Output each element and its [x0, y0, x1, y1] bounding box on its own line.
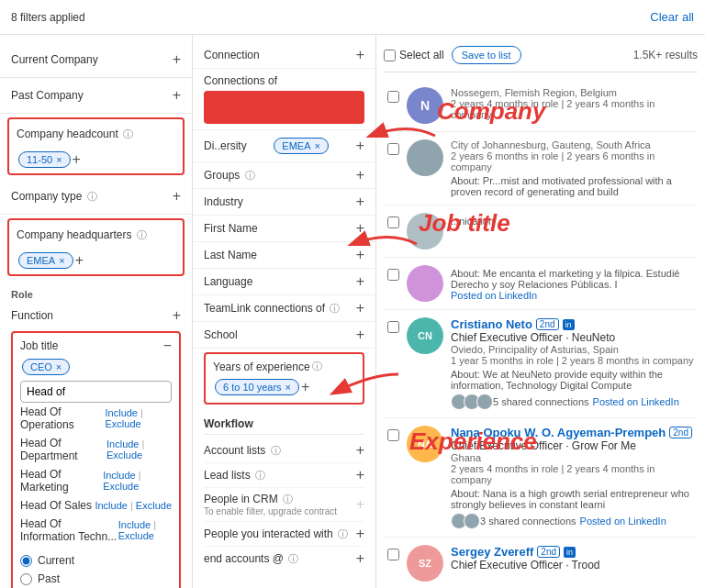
- results-count: 1.5K+ results: [633, 49, 698, 61]
- saved-accounts-label: end accounts @ ⓘ: [204, 552, 298, 566]
- result-checkbox-7[interactable]: [387, 549, 399, 560]
- exclude-link-4[interactable]: Exclude: [136, 500, 172, 511]
- years-exp-tag: 6 to 10 years ×: [215, 379, 299, 395]
- groups-label: Groups ⓘ: [204, 169, 255, 183]
- result-checkbox-6[interactable]: [387, 429, 399, 441]
- posted-on-6[interactable]: Posted on LinkedIn: [580, 516, 666, 527]
- saved-accounts-info-icon[interactable]: ⓘ: [288, 553, 298, 564]
- connection-add-button[interactable]: +: [356, 48, 364, 62]
- saved-accounts-add-button[interactable]: +: [356, 551, 364, 566]
- company-hq-tag-close[interactable]: ×: [59, 255, 64, 266]
- exclude-link-2[interactable]: Exclude: [106, 449, 142, 460]
- include-link-4[interactable]: Include: [95, 500, 135, 511]
- exclude-link-5[interactable]: Exclude: [118, 530, 154, 541]
- lead-lists-add-button[interactable]: +: [356, 468, 364, 483]
- connections-of-input-box[interactable]: [204, 91, 364, 124]
- posted-on-4[interactable]: Posted on LinkedIn: [451, 290, 694, 301]
- main-area: Current Company + Past Company + Company…: [0, 35, 705, 588]
- diversity-add-button[interactable]: +: [356, 139, 364, 153]
- result-checkbox-2[interactable]: [387, 143, 399, 155]
- account-lists-add-button[interactable]: +: [356, 443, 364, 458]
- groups-info-icon[interactable]: ⓘ: [245, 170, 255, 181]
- function-add-button[interactable]: +: [173, 308, 181, 323]
- years-of-experience-header: Years of experience ⓘ: [213, 360, 355, 373]
- result-title-5: Chief Executive Officer · NeuNeto: [451, 331, 694, 344]
- company-type-info-icon[interactable]: ⓘ: [87, 191, 97, 202]
- current-company-add-button[interactable]: +: [173, 52, 181, 67]
- emea-tag-close[interactable]: ×: [315, 140, 320, 151]
- diversity-label: Di..ersity: [204, 139, 247, 152]
- exclude-link[interactable]: Exclude: [106, 418, 141, 429]
- company-hq-add-button[interactable]: +: [75, 253, 84, 268]
- account-lists-info-icon[interactable]: ⓘ: [271, 445, 281, 456]
- result-name-6[interactable]: Nana Opoku W. O. Agyeman-Prempeh: [451, 426, 666, 439]
- headcount-add-button[interactable]: +: [73, 152, 81, 167]
- radio-past-input[interactable]: [20, 573, 32, 585]
- include-link[interactable]: Include: [106, 407, 143, 418]
- select-all-checkbox[interactable]: [384, 50, 396, 61]
- result-info-4: About: Me encanta el marketing y la filp…: [451, 265, 694, 301]
- result-checkbox-5[interactable]: [387, 321, 399, 333]
- company-hq-row: Company headquarters ⓘ: [17, 224, 175, 247]
- exclude-link-3[interactable]: Exclude: [103, 481, 139, 492]
- include-link-5[interactable]: Include: [118, 519, 156, 530]
- people-in-crm-add-button: +: [356, 497, 364, 512]
- shared-avatars-6: [451, 513, 476, 529]
- groups-add-button[interactable]: +: [356, 168, 364, 183]
- workflow-label: Workflow: [204, 414, 364, 435]
- job-title-radio-group: Current Past Current or past Past not cu…: [20, 546, 172, 588]
- connection-label: Connection: [204, 49, 260, 61]
- lead-lists-info-icon[interactable]: ⓘ: [255, 470, 265, 481]
- suggestion-head-department: Head Of Department IncludeExclude: [20, 434, 172, 465]
- industry-add-button[interactable]: +: [356, 194, 364, 209]
- industry-row: Industry +: [193, 189, 375, 216]
- firstname-add-button[interactable]: +: [356, 221, 364, 236]
- people-interacted-add-button[interactable]: +: [356, 527, 364, 541]
- lastname-add-button[interactable]: +: [356, 248, 364, 262]
- result-tenure-6: 2 years 4 months in role | 2 years 4 mon…: [451, 463, 694, 485]
- result-card-7: SZ Sergey Zvereff 2nd in Chief Executive…: [384, 538, 698, 588]
- company-type-add-button[interactable]: +: [173, 189, 181, 204]
- school-add-button[interactable]: +: [356, 327, 364, 342]
- li-badge-5: in: [563, 319, 575, 330]
- radio-current: Current: [20, 551, 172, 570]
- result-info-2: City of Johannesburg, Gauteng, South Afr…: [451, 139, 694, 197]
- result-name-7[interactable]: Sergey Zvereff: [451, 545, 533, 559]
- headcount-row: Company headcount ⓘ: [17, 123, 175, 146]
- job-title-collapse-button[interactable]: −: [163, 338, 172, 353]
- people-in-crm-info-icon[interactable]: ⓘ: [283, 494, 293, 505]
- include-link-3[interactable]: Include: [103, 470, 140, 481]
- past-company-add-button[interactable]: +: [173, 88, 181, 103]
- radio-current-input[interactable]: [20, 555, 32, 567]
- teamlink-add-button[interactable]: +: [356, 301, 364, 316]
- account-lists-row: Account lists ⓘ +: [204, 438, 364, 463]
- past-company-row: Past Company +: [11, 83, 181, 107]
- result-about-6: About: Nana is a high growth serial entr…: [451, 488, 694, 510]
- years-exp-info-icon[interactable]: ⓘ: [312, 360, 322, 373]
- headcount-tag-close[interactable]: ×: [56, 154, 62, 165]
- result-title-7: Chief Executive Officer · Trood: [451, 559, 694, 571]
- result-checkbox-1[interactable]: [387, 91, 399, 103]
- firstname-row: First Name +: [193, 216, 375, 242]
- clear-all-button[interactable]: Clear all: [650, 10, 694, 24]
- teamlink-info-icon[interactable]: ⓘ: [330, 303, 340, 314]
- result-checkbox-4[interactable]: [387, 269, 399, 281]
- posted-on-5[interactable]: Posted on LinkedIn: [593, 396, 679, 407]
- result-checkbox-3[interactable]: [387, 216, 399, 228]
- company-hq-info-icon[interactable]: ⓘ: [137, 229, 147, 240]
- headcount-info-icon[interactable]: ⓘ: [123, 128, 133, 139]
- save-to-list-button[interactable]: Save to list: [452, 46, 521, 64]
- people-interacted-label: People you interacted with ⓘ: [204, 527, 348, 541]
- shared-count-5: 5 shared connections: [493, 396, 589, 407]
- shared-avatar-c: [476, 394, 493, 410]
- include-link-2[interactable]: Include: [106, 438, 144, 449]
- people-interacted-info-icon[interactable]: ⓘ: [338, 528, 348, 539]
- job-title-search-input[interactable]: [20, 381, 172, 403]
- language-add-button[interactable]: +: [356, 274, 364, 289]
- result-location-5: Oviedo, Principality of Asturias, Spain: [451, 344, 694, 355]
- years-exp-add-button[interactable]: +: [301, 380, 309, 394]
- result-name-5[interactable]: Cristiano Neto: [451, 317, 532, 331]
- emea-diversity-tag: EMEA ×: [274, 138, 329, 154]
- ceo-tag-close[interactable]: ×: [56, 361, 62, 372]
- years-exp-tag-close[interactable]: ×: [285, 382, 291, 393]
